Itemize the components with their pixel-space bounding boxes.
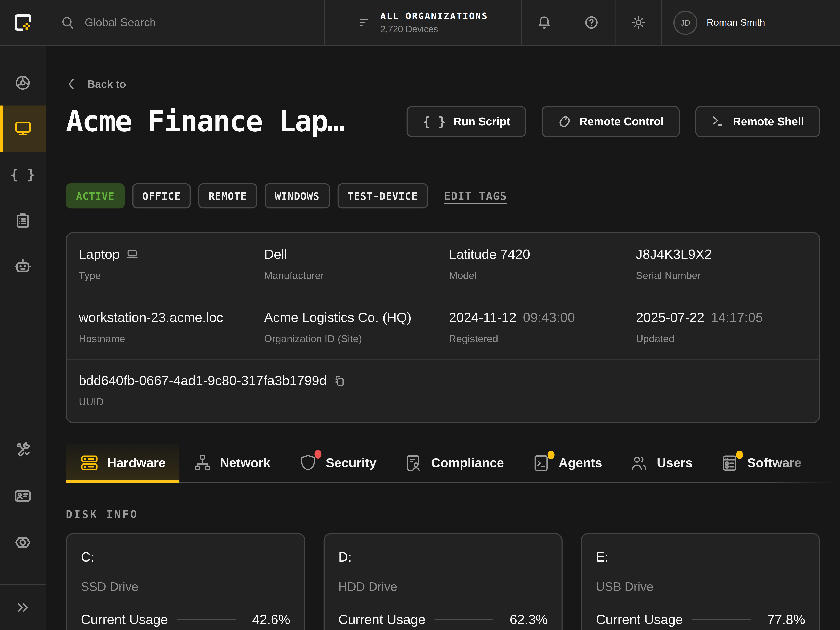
usage-leader-line	[692, 619, 751, 620]
tab-compliance-label: Compliance	[431, 455, 504, 470]
remote-control-label: Remote Control	[579, 115, 664, 128]
disk-usage-row: Current Usage 62.3%	[338, 612, 548, 627]
disk-card-c: C: SSD Drive Current Usage 42.6%	[66, 533, 305, 630]
registered-label: Registered	[449, 333, 636, 345]
tab-security[interactable]: Security	[284, 444, 390, 482]
tag-test-device[interactable]: TEST-DEVICE	[337, 183, 428, 208]
usage-leader-line	[177, 619, 236, 620]
usage-value: 62.3%	[510, 612, 548, 627]
help-icon	[584, 15, 598, 30]
disk-type: USB Drive	[596, 579, 805, 594]
updated-date: 2025-07-22	[636, 309, 704, 325]
remote-shell-button[interactable]: Remote Shell	[695, 106, 820, 137]
tags-row: ACTIVE OFFICE REMOTE WINDOWS TEST-DEVICE…	[66, 183, 820, 208]
global-search-input[interactable]: Global Search	[46, 0, 325, 45]
settings-hex-icon	[14, 533, 32, 551]
tab-hardware-label: Hardware	[107, 455, 166, 470]
usage-label: Current Usage	[596, 612, 683, 627]
users-icon	[630, 453, 649, 472]
double-chevron-right-icon	[15, 600, 31, 616]
search-placeholder: Global Search	[85, 16, 156, 29]
info-cell-type: Laptop Type	[79, 246, 264, 282]
sidebar-item-devices[interactable]	[0, 106, 46, 152]
sidebar-item-identity[interactable]	[0, 473, 46, 519]
info-cell-organization: Acme Logistics Co. (HQ) Organization ID …	[264, 309, 449, 345]
main-content: Back to Acme Finance Lap… { } Run Script	[46, 46, 840, 630]
notifications-button[interactable]	[522, 0, 567, 45]
tag-active[interactable]: ACTIVE	[66, 183, 125, 208]
theme-toggle-button[interactable]	[616, 0, 662, 45]
bell-icon	[537, 15, 552, 30]
tag-remote[interactable]: REMOTE	[198, 183, 257, 208]
app-logo[interactable]	[0, 0, 46, 45]
disk-info-heading: DISK INFO	[66, 508, 820, 521]
tab-compliance[interactable]: Compliance	[390, 444, 518, 482]
info-cell-hostname: workstation-23.acme.loc Hostname	[79, 309, 264, 345]
app-window: Global Search ALL ORGANIZATIONS 2,720 De…	[0, 0, 840, 630]
software-list-icon	[720, 453, 739, 472]
tab-security-label: Security	[326, 455, 376, 470]
hostname-label: Hostname	[79, 333, 264, 345]
user-menu[interactable]: JD Roman Smith	[662, 0, 840, 45]
user-name: Roman Smith	[707, 17, 765, 28]
back-link[interactable]: Back to	[66, 78, 126, 91]
info-row-3: bdd640fb-0667-4ad1-9c80-317fa3b1799d UUI…	[67, 359, 819, 422]
serial-value: J8J4K3L9X2	[636, 246, 819, 262]
type-label: Type	[79, 270, 264, 282]
device-actions: { } Run Script Remote Control	[406, 106, 820, 137]
sidebar-item-automation[interactable]	[0, 244, 46, 290]
disk-type: HDD Drive	[338, 579, 548, 594]
sidebar-item-policies[interactable]	[0, 198, 46, 244]
manufacturer-value: Dell	[264, 246, 449, 262]
scripting-braces-icon: { }	[10, 167, 35, 183]
tag-windows[interactable]: WINDOWS	[265, 183, 330, 208]
tab-software[interactable]: Software	[706, 444, 815, 482]
disk-letter: E:	[596, 549, 805, 565]
info-row-2: workstation-23.acme.loc Hostname Acme Lo…	[67, 296, 819, 359]
tab-agents-label: Agents	[559, 455, 602, 470]
tag-office[interactable]: OFFICE	[132, 183, 191, 208]
sidebar-item-settings[interactable]	[0, 519, 46, 565]
uuid-value: bdd640fb-0667-4ad1-9c80-317fa3b1799d	[79, 373, 327, 388]
security-alert-dot	[314, 450, 322, 459]
model-value: Latitude 7420	[449, 246, 636, 262]
sidebar-item-dashboard[interactable]	[0, 60, 46, 106]
help-button[interactable]	[567, 0, 616, 45]
sidebar-item-scripting[interactable]: { }	[0, 152, 46, 198]
search-icon	[60, 15, 75, 30]
info-cell-updated: 2025-07-22 14:17:05 Updated	[636, 309, 819, 345]
sidebar-item-tools[interactable]	[0, 427, 46, 473]
info-cell-model: Latitude 7420 Model	[449, 246, 636, 282]
tab-users[interactable]: Users	[616, 444, 707, 482]
org-switcher[interactable]: ALL ORGANIZATIONS 2,720 Devices	[325, 0, 522, 45]
info-cell-registered: 2024-11-12 09:43:00 Registered	[449, 309, 636, 345]
tools-icon	[14, 441, 32, 459]
registered-date: 2024-11-12	[449, 309, 516, 325]
tab-network[interactable]: Network	[180, 444, 284, 482]
tab-agents[interactable]: Agents	[518, 444, 616, 482]
disk-usage-row: Current Usage 77.8%	[596, 612, 805, 627]
run-script-label: Run Script	[453, 115, 510, 128]
sidebar-collapse-button[interactable]	[0, 585, 46, 630]
serial-label: Serial Number	[636, 270, 819, 282]
laptop-icon	[126, 248, 139, 260]
updated-label: Updated	[636, 333, 819, 345]
remote-control-button[interactable]: Remote Control	[542, 106, 680, 137]
app-logo-icon	[12, 12, 33, 33]
disk-card-d: D: HDD Drive Current Usage 62.3%	[324, 533, 563, 630]
tab-software-label: Software	[747, 455, 802, 470]
org-device-count: 2,720 Devices	[380, 24, 488, 35]
document-user-icon	[404, 453, 423, 472]
info-cell-uuid: bdd640fb-0667-4ad1-9c80-317fa3b1799d UUI…	[79, 373, 819, 408]
shield-icon	[298, 453, 318, 472]
usage-leader-line	[434, 619, 493, 620]
software-status-dot	[736, 450, 743, 459]
copy-icon[interactable]	[333, 374, 346, 387]
run-script-button[interactable]: { } Run Script	[406, 106, 526, 137]
terminal-document-icon	[532, 453, 551, 472]
disk-grid: C: SSD Drive Current Usage 42.6% D: HDD …	[66, 533, 820, 630]
disk-usage-row: Current Usage 42.6%	[81, 612, 290, 627]
network-tree-icon	[194, 454, 212, 472]
tab-hardware[interactable]: Hardware	[66, 444, 180, 482]
edit-tags-link[interactable]: EDIT TAGS	[444, 189, 507, 202]
